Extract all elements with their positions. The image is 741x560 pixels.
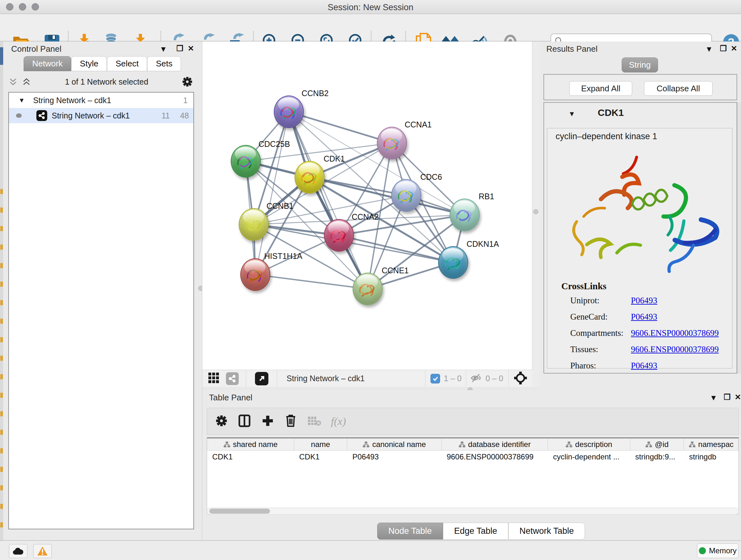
titlebar: Session: New Session <box>0 0 741 14</box>
warnings-button[interactable] <box>33 544 52 558</box>
column-header-namespac[interactable]: namespac <box>684 438 738 450</box>
cloud-status-button[interactable] <box>9 544 27 558</box>
column-header-database-identifier[interactable]: database identifier <box>442 438 548 450</box>
grid-icon <box>208 372 219 384</box>
crosslinks-list: Uniprot:P06493GeneCard:P06493Compartment… <box>570 296 724 377</box>
crosslink-link[interactable]: P06493 <box>631 361 657 371</box>
tab-style[interactable]: Style <box>71 56 107 71</box>
node-CDC6[interactable] <box>391 179 421 212</box>
network-collection-row[interactable]: ▼ String Network – cdk1 1 <box>9 92 193 108</box>
table-row[interactable]: CDK1CDK1P064939606.ENSP00000378699cyclin… <box>207 450 738 463</box>
node-label-CCNB1: CCNB1 <box>266 201 293 211</box>
hierarchy-icon <box>689 441 696 448</box>
collection-expander-icon[interactable]: ▼ <box>18 97 25 104</box>
node-CCNB1[interactable] <box>239 208 269 241</box>
expand-all-icon[interactable] <box>22 77 31 86</box>
tab-edge-table[interactable]: Edge Table <box>443 523 509 540</box>
add-column-button[interactable] <box>261 415 274 428</box>
node-RB1[interactable] <box>450 199 480 231</box>
crosslink-row: GeneCard:P06493 <box>570 312 724 322</box>
column-header-description[interactable]: description <box>548 438 630 450</box>
node-CCNA2[interactable] <box>324 219 354 252</box>
crosslink-label: Uniprot: <box>570 296 631 306</box>
node-CDC25B[interactable] <box>231 145 261 178</box>
delete-table-button[interactable] <box>307 415 321 428</box>
panel-close-button[interactable]: ✕ <box>735 393 741 401</box>
collapse-all-button[interactable]: Collapse All <box>644 81 713 96</box>
column-header-name[interactable]: name <box>294 438 347 450</box>
splitter-handle-right[interactable] <box>533 209 538 214</box>
table-cell[interactable]: stringdb:9... <box>630 450 684 463</box>
node-label-CCNA2: CCNA2 <box>352 212 379 222</box>
table-cell[interactable]: CDK1 <box>294 450 347 463</box>
crosshair-icon <box>514 371 527 385</box>
crosslink-label: Compartments: <box>570 328 631 338</box>
crosslink-link[interactable]: P06493 <box>631 296 657 306</box>
column-header-canonical-name[interactable]: canonical name <box>347 438 441 450</box>
tab-network[interactable]: Network <box>23 56 71 71</box>
node-CDKN1A[interactable] <box>438 246 468 279</box>
network-view-canvas[interactable]: CCNB2CCNA1CDC25BCDK1CDC6RB1CCNB1CCNA2CDK… <box>202 42 532 370</box>
hidden-indicator[interactable] <box>471 373 482 384</box>
column-header--id[interactable]: @id <box>630 438 684 450</box>
table-settings-button[interactable] <box>215 415 227 428</box>
table-cell[interactable]: P06493 <box>347 450 441 463</box>
node-label-HIST1H1A: HIST1H1A <box>264 252 302 261</box>
panel-close-button[interactable]: ✕ <box>731 44 737 53</box>
panel-float-button[interactable]: ▼ <box>705 45 713 54</box>
memory-button[interactable]: Memory <box>697 543 738 558</box>
collection-label: String Network – cdk1 <box>33 96 111 105</box>
memory-status-icon <box>699 547 706 554</box>
column-header-shared-name[interactable]: shared name <box>207 438 294 450</box>
node-label-CCNE1: CCNE1 <box>382 266 409 275</box>
node-CCNB2[interactable] <box>274 96 304 128</box>
function-builder-button[interactable]: f(x) <box>331 415 346 428</box>
selected-indicator-checkbox[interactable] <box>430 374 440 383</box>
table-horizontal-scrollbar[interactable] <box>207 508 739 515</box>
network-row-selected[interactable]: String Network – cdk1 11 48 <box>9 108 193 123</box>
network-nodes: CCNB2CCNA1CDC25BCDK1CDC6RB1CCNB1CCNA2CDK… <box>202 42 532 370</box>
delete-column-button[interactable] <box>285 414 296 429</box>
node-CCNA1[interactable] <box>377 127 407 159</box>
network-edge-count: 48 <box>180 111 189 120</box>
birds-eye-view-button[interactable] <box>208 372 219 385</box>
network-overview-toggle[interactable] <box>226 372 239 385</box>
panel-float-button[interactable]: ▼ <box>710 393 718 402</box>
panel-close-button[interactable]: ✕ <box>188 44 194 53</box>
detach-view-button[interactable] <box>255 372 268 385</box>
crosslink-label: Tissues: <box>570 345 631 354</box>
crosslink-link[interactable]: P06493 <box>631 312 657 322</box>
crosslink-link[interactable]: 9606.ENSP00000378699 <box>631 328 719 338</box>
scrollbar-thumb[interactable] <box>209 509 270 514</box>
fit-selected-button[interactable] <box>514 371 527 386</box>
gene-expander-icon[interactable]: ▼ <box>568 110 576 118</box>
node-label-CDC25B: CDC25B <box>259 139 290 149</box>
expand-all-button[interactable]: Expand All <box>569 81 632 96</box>
collapse-all-icon[interactable] <box>8 77 18 86</box>
results-scrollbar[interactable] <box>737 102 741 374</box>
tab-string[interactable]: String <box>622 57 658 72</box>
panel-maximize-button[interactable]: ❒ <box>720 44 727 53</box>
table-cell[interactable]: 9606.ENSP00000378699 <box>442 450 548 463</box>
table-cell[interactable]: stringdb <box>684 450 738 463</box>
tab-sets[interactable]: Sets <box>147 56 181 71</box>
tab-network-table[interactable]: Network Table <box>509 523 585 540</box>
table-cell[interactable]: cyclin-dependent ... <box>548 450 630 463</box>
crosslink-link[interactable]: 9606.ENSP00000378699 <box>631 345 719 354</box>
node-CCNE1[interactable] <box>353 273 383 305</box>
panel-float-button[interactable]: ▼ <box>159 45 167 54</box>
background-window-sliver <box>0 42 3 540</box>
node-CDK1[interactable] <box>294 161 325 193</box>
statusbar: Memory <box>0 540 741 560</box>
tab-select[interactable]: Select <box>107 56 147 71</box>
panel-maximize-button[interactable]: ❒ <box>177 44 184 53</box>
tab-node-table[interactable]: Node Table <box>377 523 443 540</box>
select-columns-button[interactable] <box>239 415 251 428</box>
panel-maximize-button[interactable]: ❒ <box>724 393 731 401</box>
memory-label: Memory <box>709 546 737 555</box>
table-cell[interactable]: CDK1 <box>207 450 294 463</box>
gear-icon[interactable] <box>182 76 193 87</box>
node-HIST1H1A[interactable] <box>240 258 270 291</box>
node-gloss <box>235 147 256 161</box>
plus-icon <box>261 415 274 427</box>
